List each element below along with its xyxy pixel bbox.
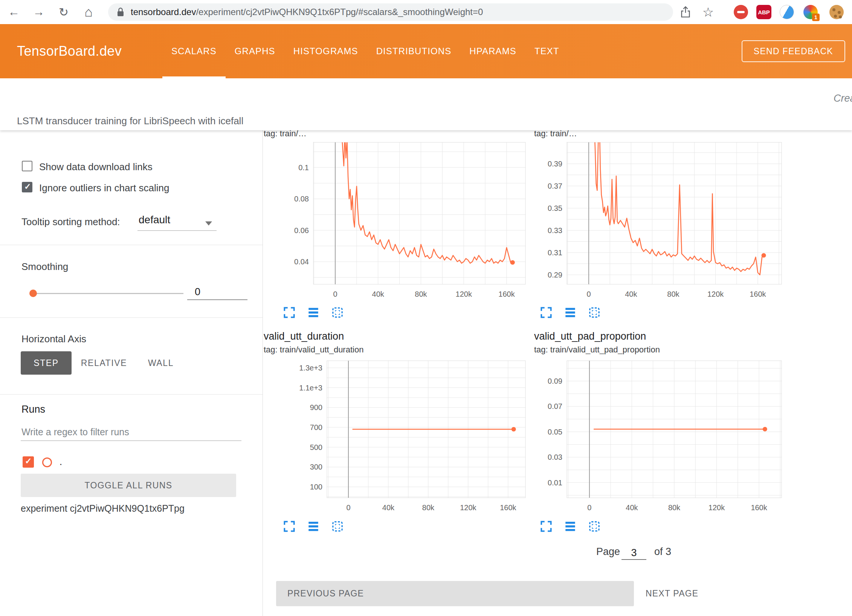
svg-text:0.37: 0.37 (548, 182, 562, 190)
toggle-all-runs-button[interactable]: TOGGLE ALL RUNS (21, 474, 236, 497)
svg-text:0.39: 0.39 (548, 160, 562, 168)
tab-hparams[interactable]: HPARAMS (460, 24, 525, 78)
page-label: Page (596, 546, 620, 558)
svg-text:500: 500 (310, 443, 322, 451)
send-feedback-button[interactable]: SEND FEEDBACK (742, 40, 845, 62)
svg-text:0.31: 0.31 (548, 249, 562, 257)
chart-toolbar (282, 520, 355, 533)
clipped-right-text: Crea (834, 93, 852, 104)
run-checkbox[interactable] (23, 456, 34, 468)
axis-step-button[interactable]: STEP (21, 351, 72, 375)
chart-runs-button[interactable] (563, 520, 577, 533)
ignore-outliers-checkbox[interactable] (22, 182, 32, 192)
runs-filter-input[interactable] (21, 426, 241, 441)
svg-text:120k: 120k (456, 290, 472, 298)
svg-text:300: 300 (310, 463, 322, 471)
scalar-chart[interactable]: 0.290.310.330.350.370.39040k80k120k160k (534, 130, 798, 303)
svg-text:0.1: 0.1 (298, 163, 309, 172)
svg-text:1.1e+3: 1.1e+3 (299, 384, 322, 392)
smoothing-slider-thumb[interactable] (29, 290, 37, 297)
abp-extension-icon[interactable]: ABP (756, 5, 771, 19)
svg-text:0.01: 0.01 (548, 479, 562, 487)
chart-tag: tag: train/valid_utt_pad_proportion (534, 345, 660, 355)
fit-domain-button[interactable] (331, 306, 344, 319)
svg-text:160k: 160k (498, 290, 515, 298)
page-input[interactable] (621, 547, 646, 560)
svg-text:160k: 160k (750, 290, 766, 298)
svg-text:0.05: 0.05 (548, 428, 562, 436)
svg-text:40k: 40k (626, 503, 638, 512)
svg-text:0: 0 (346, 503, 350, 512)
smoothing-slider-track[interactable] (33, 293, 183, 294)
chart-tag: tag: train/valid_utt_duration (264, 345, 363, 355)
chart-runs-button[interactable] (307, 306, 320, 319)
run-color-swatch[interactable] (42, 457, 52, 467)
svg-text:0.29: 0.29 (548, 271, 562, 279)
svg-text:40k: 40k (625, 290, 637, 298)
scalar-chart[interactable]: 0.040.060.080.1040k80k120k160k (264, 130, 527, 303)
tooltip-sorting-label: Tooltip sorting method: (21, 216, 120, 228)
cookie-extension-icon[interactable] (829, 5, 844, 19)
chevron-down-icon[interactable] (205, 221, 212, 226)
tab-scalars[interactable]: SCALARS (162, 24, 226, 78)
colorwheel-extension-icon[interactable]: 1 (803, 5, 818, 19)
browser-toolbar: ← → ↻ ⌂ tensorboard.dev/experiment/cj2vt… (0, 0, 852, 24)
tab-text[interactable]: TEXT (525, 24, 568, 78)
back-button[interactable]: ← (5, 0, 23, 24)
axis-relative-button[interactable]: RELATIVE (72, 351, 136, 375)
app-logo[interactable]: TensorBoard.dev (17, 24, 122, 78)
previous-page-button[interactable]: PREVIOUS PAGE (276, 581, 634, 606)
show-download-links-label: Show data download links (39, 161, 153, 173)
ignore-outliers-label: Ignore outliers in chart scaling (39, 182, 169, 194)
reload-button[interactable]: ↻ (54, 0, 73, 24)
section-divider (0, 245, 263, 245)
svg-text:40k: 40k (382, 503, 395, 512)
svg-text:80k: 80k (668, 503, 681, 512)
tooltip-sorting-dropdown[interactable]: default (139, 214, 170, 226)
show-download-links-checkbox[interactable] (22, 161, 32, 171)
svg-text:0.03: 0.03 (548, 453, 562, 461)
chart-toolbar (539, 520, 612, 533)
page-total-label: of 3 (654, 546, 671, 558)
svg-text:0: 0 (333, 290, 337, 298)
chart-canvas: 1003005007009001.1e+31.3e+3040k80k120k16… (264, 358, 527, 531)
share-icon[interactable] (676, 0, 695, 24)
svg-text:160k: 160k (500, 503, 516, 512)
bookmark-star-icon[interactable]: ☆ (699, 0, 718, 24)
chart-runs-button[interactable] (563, 306, 577, 319)
tab-histograms[interactable]: HISTOGRAMS (284, 24, 367, 78)
expand-chart-button[interactable] (282, 306, 296, 319)
expand-chart-button[interactable] (539, 306, 553, 319)
lock-icon (116, 7, 125, 17)
svg-text:0: 0 (587, 503, 591, 512)
scalar-chart[interactable]: 0.010.030.050.070.09040k80k120k160k (534, 358, 798, 531)
home-button[interactable]: ⌂ (79, 0, 98, 24)
expand-chart-button[interactable] (282, 520, 296, 533)
axis-wall-button[interactable]: WALL (136, 351, 185, 375)
dropdown-underline (137, 230, 217, 231)
smoothing-value-input[interactable] (187, 286, 247, 300)
svg-text:0.07: 0.07 (548, 402, 562, 410)
fit-domain-button[interactable] (331, 520, 344, 533)
fit-domain-button[interactable] (588, 306, 601, 319)
svg-text:120k: 120k (707, 290, 724, 298)
blocker-extension-icon[interactable] (734, 5, 748, 19)
chart-runs-button[interactable] (307, 520, 320, 533)
chart-canvas: 0.290.310.330.350.370.39040k80k120k160k (534, 130, 798, 303)
scalar-chart[interactable]: 1003005007009001.1e+31.3e+3040k80k120k16… (264, 358, 527, 531)
blue-extension-icon[interactable] (780, 5, 794, 19)
svg-text:120k: 120k (708, 503, 725, 512)
svg-text:0.35: 0.35 (548, 204, 562, 212)
fit-domain-button[interactable] (588, 520, 601, 533)
svg-text:40k: 40k (372, 290, 385, 298)
tab-distributions[interactable]: DISTRIBUTIONS (367, 24, 461, 78)
tab-graphs[interactable]: GRAPHS (226, 24, 284, 78)
chart-toolbar (539, 306, 612, 319)
chart-canvas: 0.040.060.080.1040k80k120k160k (264, 130, 527, 303)
address-bar[interactable]: tensorboard.dev/experiment/cj2vtPiwQHKN9… (108, 3, 673, 21)
main-nav: SCALARS GRAPHS HISTOGRAMS DISTRIBUTIONS … (162, 24, 568, 78)
forward-button[interactable]: → (29, 0, 48, 24)
next-page-button[interactable]: NEXT PAGE (640, 581, 704, 606)
expand-chart-button[interactable] (539, 520, 553, 533)
svg-text:0: 0 (587, 290, 591, 298)
